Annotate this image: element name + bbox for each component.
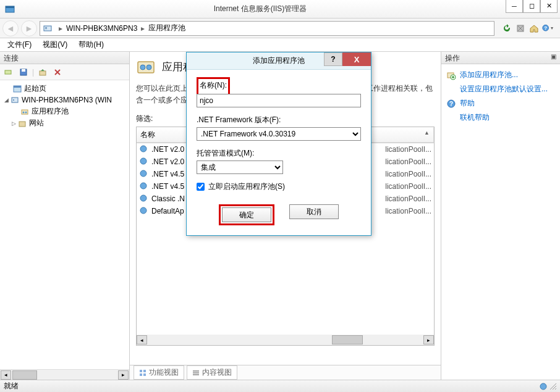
svg-rect-17 xyxy=(14,86,21,88)
tab-label: 内容视图 xyxy=(202,367,232,378)
breadcrumb-node[interactable]: 应用程序池 xyxy=(148,23,185,33)
breadcrumb[interactable]: ▸ WIN-PHBK3MN6PN3 ▸ 应用程序池 xyxy=(40,21,494,36)
nav-back-button[interactable]: ◄ xyxy=(2,20,19,36)
window-title: Internet 信息服务(IIS)管理器 xyxy=(15,4,506,14)
breadcrumb-separator-icon: ▸ xyxy=(141,24,145,33)
content-view-tab[interactable]: 内容视图 xyxy=(187,365,237,380)
expand-toggle-icon[interactable]: ▷ xyxy=(10,120,17,127)
svg-point-28 xyxy=(140,158,146,164)
pipeline-select[interactable]: 集成 xyxy=(197,161,283,174)
pipeline-label: 托管管道模式(M): xyxy=(197,148,361,159)
svg-rect-35 xyxy=(140,373,142,376)
actions-header-label: 操作 xyxy=(445,53,460,62)
tree-label: 应用程序池 xyxy=(32,106,69,117)
up-icon[interactable] xyxy=(36,66,49,78)
svg-rect-4 xyxy=(45,28,47,29)
scroll-right-icon[interactable]: ▸ xyxy=(423,335,434,344)
status-grip-icon xyxy=(539,382,556,391)
connections-hscrollbar[interactable]: ◂ ▸ xyxy=(0,369,129,380)
view-tabs: 功能视图 内容视图 xyxy=(130,365,441,380)
content-icon xyxy=(192,369,200,377)
tree-sites[interactable]: ▷ 网站 xyxy=(1,117,128,129)
add-pool-icon xyxy=(446,70,456,80)
sites-icon xyxy=(17,119,27,128)
action-help[interactable]: ? 帮助 xyxy=(445,96,556,111)
connections-toolbar: | xyxy=(0,64,129,80)
ok-button[interactable]: 确定 xyxy=(222,207,271,222)
tree-server[interactable]: ◢ WIN-PHBK3MN6PN3 (WIN xyxy=(1,94,128,106)
collapse-toggle-icon[interactable]: ◢ xyxy=(2,97,10,103)
features-view-tab[interactable]: 功能视图 xyxy=(134,365,184,380)
scroll-thumb[interactable] xyxy=(12,370,37,380)
row-extra: licationPoolI... xyxy=(385,207,431,215)
config-icon[interactable] xyxy=(539,382,548,391)
row-extra: licationPoolI... xyxy=(385,145,431,154)
svg-point-30 xyxy=(140,183,146,189)
tab-label: 功能视图 xyxy=(149,367,179,378)
row-extra: licationPoolI... xyxy=(385,194,431,203)
svg-rect-2 xyxy=(44,26,51,31)
name-input[interactable] xyxy=(197,94,361,107)
save-icon[interactable] xyxy=(17,66,30,78)
pool-icon xyxy=(139,206,149,216)
minimize-button[interactable]: ─ xyxy=(506,0,523,13)
connections-tree: 起始页 ◢ WIN-PHBK3MN6PN3 (WIN 应用程序池 ▷ 网站 xyxy=(0,80,129,369)
svg-point-22 xyxy=(25,111,27,113)
menu-file[interactable]: 文件(F) xyxy=(2,38,36,51)
cancel-button[interactable]: 取消 xyxy=(289,204,339,219)
maximize-button[interactable]: ◻ xyxy=(523,0,540,13)
delete-icon[interactable] xyxy=(51,66,64,78)
menu-view[interactable]: 视图(V) xyxy=(38,38,72,51)
tree-start-page[interactable]: 起始页 xyxy=(1,83,128,94)
tree-app-pools[interactable]: 应用程序池 xyxy=(1,106,128,117)
svg-rect-12 xyxy=(22,69,25,72)
scroll-left-icon[interactable]: ◂ xyxy=(1,370,11,380)
dialog-help-button[interactable]: ? xyxy=(324,52,342,66)
action-label: 设置应用程序池默认设置... xyxy=(460,84,548,94)
dialog-close-button[interactable]: X xyxy=(342,52,371,66)
svg-point-46 xyxy=(540,383,546,390)
svg-point-29 xyxy=(140,170,146,177)
svg-line-49 xyxy=(555,388,556,390)
menu-help[interactable]: 帮助(H) xyxy=(74,38,109,51)
tree-label: WIN-PHBK3MN6PN3 (WIN xyxy=(22,96,112,104)
scroll-right-icon[interactable]: ▸ xyxy=(118,370,129,380)
svg-rect-38 xyxy=(193,372,199,373)
connect-icon[interactable] xyxy=(2,66,15,78)
autostart-checkbox[interactable] xyxy=(197,183,205,191)
scroll-thumb[interactable] xyxy=(332,335,363,344)
svg-rect-18 xyxy=(12,98,18,102)
svg-rect-37 xyxy=(193,370,199,372)
action-add-pool[interactable]: 添加应用程序池... xyxy=(445,68,556,82)
pool-icon xyxy=(139,169,149,179)
stop-icon[interactable] xyxy=(514,22,527,35)
tree-label: 起始页 xyxy=(24,83,46,94)
grid-hscrollbar[interactable]: ◂ ▸ xyxy=(137,335,434,345)
app-pool-icon xyxy=(20,107,30,117)
action-label: 添加应用程序池... xyxy=(460,70,518,80)
svg-point-31 xyxy=(140,195,146,201)
scroll-left-icon[interactable]: ◂ xyxy=(137,335,147,344)
menu-bar: 文件(F) 视图(V) 帮助(H) xyxy=(0,38,560,52)
dialog-titlebar[interactable]: 添加应用程序池 ? X xyxy=(187,52,371,70)
action-online-help[interactable]: 联机帮助 xyxy=(445,111,556,125)
autostart-row[interactable]: 立即启动应用程序池(S) xyxy=(197,181,361,192)
collapse-icon[interactable]: ▣ xyxy=(551,53,556,62)
close-button[interactable]: ✕ xyxy=(540,0,558,13)
refresh-icon[interactable] xyxy=(501,22,513,35)
nav-forward-button[interactable]: ► xyxy=(21,20,37,36)
autostart-label: 立即启动应用程序池(S) xyxy=(208,181,285,192)
svg-point-27 xyxy=(140,146,146,152)
row-name: DefaultAp xyxy=(151,207,184,215)
pool-icon xyxy=(139,157,149,167)
filter-label: 筛选: xyxy=(136,114,153,124)
sort-icon: ▲ xyxy=(424,130,430,136)
pool-icon xyxy=(139,181,149,191)
breadcrumb-server[interactable]: WIN-PHBK3MN6PN3 xyxy=(66,24,137,33)
action-set-defaults[interactable]: 设置应用程序池默认设置... xyxy=(445,82,556,96)
help-dropdown-icon[interactable]: ?▾ xyxy=(541,22,554,35)
connections-panel: 连接 | 起始页 ◢ WIN-PHBK3MN6PN3 (WIN xyxy=(0,52,130,380)
framework-select[interactable]: .NET Framework v4.0.30319 xyxy=(197,127,361,141)
actions-body: 添加应用程序池... 设置应用程序池默认设置... ? 帮助 联机帮助 xyxy=(441,64,560,380)
home-icon[interactable] xyxy=(528,22,540,35)
